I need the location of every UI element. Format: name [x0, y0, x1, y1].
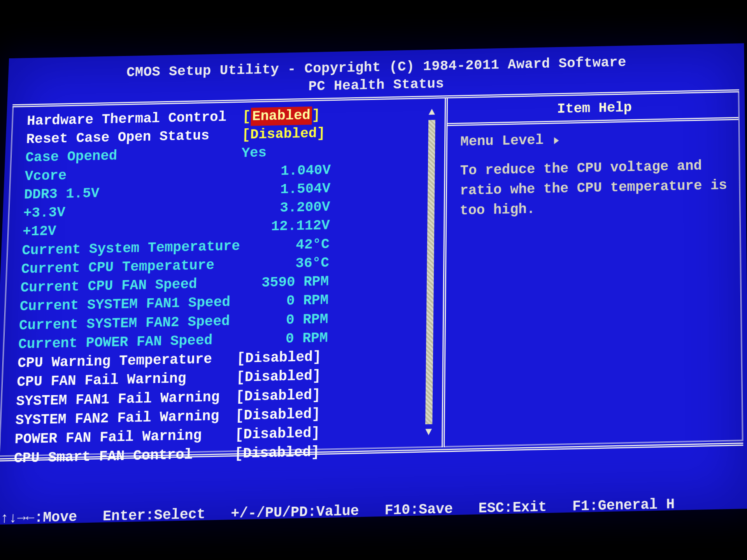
setting-value: 3.200V: [240, 198, 341, 219]
scroll-up-icon[interactable]: ▲: [428, 107, 435, 118]
setting-value[interactable]: [Enabled]: [242, 106, 342, 126]
setting-value[interactable]: [Disabled]: [236, 385, 338, 406]
setting-value: 0 RPM: [237, 310, 339, 331]
setting-value: 0 RPM: [237, 329, 339, 350]
help-divider: [447, 117, 738, 126]
setting-value[interactable]: [Disabled]: [237, 347, 338, 368]
settings-panel: Hardware Thermal Control[Enabled]Reset C…: [0, 98, 446, 457]
setting-value: 12.112V: [240, 216, 341, 237]
help-text: To reduce the CPU voltage and ratio whe …: [460, 156, 729, 221]
setting-value: Yes: [241, 142, 342, 163]
setting-value[interactable]: [Disabled]: [235, 424, 337, 445]
scroll-thumb[interactable]: [425, 120, 435, 424]
setting-value[interactable]: [Disabled]: [242, 124, 342, 144]
setting-value: 0 RPM: [238, 291, 339, 312]
setting-value: 1.504V: [240, 179, 341, 200]
help-title: Item Help: [461, 98, 728, 119]
setting-value: 1.040V: [241, 161, 342, 182]
footer-line-2: F5:Previous Values F6:Fail-Safe Defaults…: [0, 556, 741, 560]
footer-line-1: ↑↓→←:Move Enter:Select +/-/PU/PD:Value F…: [0, 493, 740, 530]
setting-value[interactable]: [Disabled]: [236, 366, 338, 387]
setting-value: 42°C: [239, 235, 340, 256]
menu-level-label: Menu Level: [460, 133, 544, 150]
menu-level-arrow-icon: ▶: [554, 133, 559, 147]
help-panel: Item Help Menu Level ▶ To reduce the CPU…: [445, 92, 743, 447]
setting-value: 36°C: [239, 254, 340, 274]
setting-value[interactable]: [Disabled]: [234, 443, 337, 464]
setting-value: 3590 RPM: [238, 272, 340, 293]
scroll-down-icon[interactable]: ▼: [425, 427, 432, 438]
setting-value[interactable]: [Disabled]: [235, 404, 337, 426]
bios-screen: CMOS Setup Utility - Copyright (C) 1984-…: [0, 43, 747, 525]
